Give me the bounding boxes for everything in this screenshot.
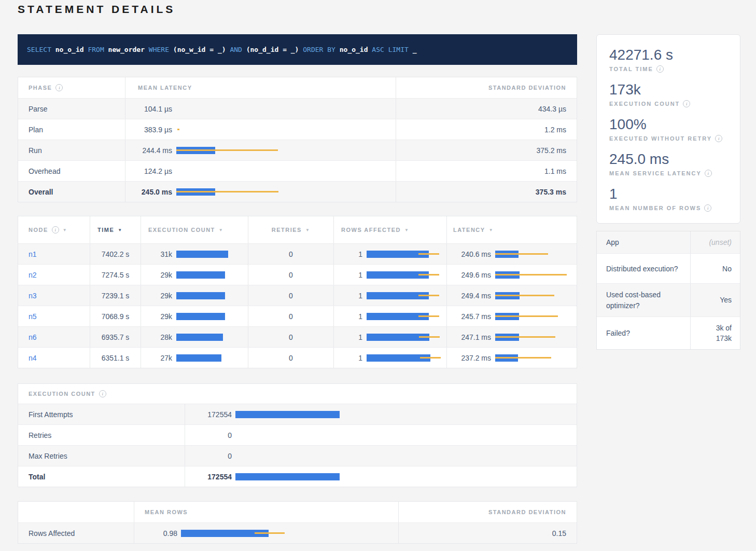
node-link[interactable]: n4 xyxy=(29,354,37,362)
node-column-header[interactable]: NODE i ▼ xyxy=(18,216,90,243)
execution-count-column-header[interactable]: EXECUTION COUNT ▼ xyxy=(141,216,248,243)
count-cell: 172554 xyxy=(185,466,577,487)
node-header-label: NODE xyxy=(29,227,48,233)
bar-stddev-segment xyxy=(177,129,179,130)
rows-affected-value: 1 xyxy=(341,333,362,341)
execution-count-cell: 27k xyxy=(141,348,248,368)
execution-count-table: EXECUTION COUNT i First Attempts 172554 … xyxy=(18,383,577,487)
phase-cell: Plan xyxy=(18,119,125,140)
standard-deviation-column-header: STANDARD DEVIATION xyxy=(399,509,577,515)
detail-value: 3k of 173k xyxy=(690,317,740,350)
node-link[interactable]: n6 xyxy=(29,333,37,341)
execution-count-table-header: EXECUTION COUNT i xyxy=(18,384,577,404)
table-row: Retries 0 xyxy=(18,424,577,445)
info-icon[interactable]: i xyxy=(52,226,59,233)
table-row: Overhead 124.2 µs 1.1 ms xyxy=(18,160,577,181)
count-value: 172554 xyxy=(185,410,232,419)
info-icon[interactable]: i xyxy=(704,204,711,212)
time-column-header[interactable]: TIME ▼ xyxy=(90,216,141,243)
info-icon[interactable]: i xyxy=(656,65,664,73)
detail-label: Used cost-based optimizer? xyxy=(597,284,690,316)
summary-label: EXECUTED WITHOUT RETRY i xyxy=(609,135,727,142)
info-icon[interactable]: i xyxy=(55,84,63,91)
mean-latency-header-label: MEAN LATENCY xyxy=(138,85,192,91)
stddev-cell: 1.2 ms xyxy=(396,126,577,134)
mean-latency-value: 104.1 µs xyxy=(138,105,172,113)
detail-row: App (unset) xyxy=(597,231,740,253)
row-label: Total xyxy=(18,466,185,487)
summary-item: 42271.6 s TOTAL TIME i xyxy=(609,46,727,73)
execution-count-value: 27k xyxy=(148,354,172,362)
bar-stddev-segment xyxy=(495,315,558,317)
node-link[interactable]: n5 xyxy=(29,312,37,321)
standard-deviation-column-header: STANDARD DEVIATION xyxy=(396,85,577,91)
retries-cell: 0 xyxy=(248,265,333,285)
table-row: n6 6935.7 s 28k 0 1 247.1 ms xyxy=(18,326,577,347)
sort-arrow-icon: ▼ xyxy=(219,228,223,232)
info-icon[interactable]: i xyxy=(705,170,712,177)
table-row: Total 172554 xyxy=(18,466,577,487)
retries-cell: 0 xyxy=(248,285,333,306)
sort-arrow-icon: ▼ xyxy=(305,228,310,232)
latency-cell: 249.6 ms xyxy=(446,265,577,285)
execution-count-cell: 29k xyxy=(141,285,248,306)
count-cell: 0 xyxy=(185,446,577,466)
bar-stddev-segment xyxy=(418,315,439,317)
info-icon[interactable]: i xyxy=(99,390,106,397)
detail-label: Distributed execution? xyxy=(597,254,690,283)
execution-count-cell: 29k xyxy=(141,265,248,285)
rows-affected-value: 1 xyxy=(341,312,362,321)
mean-latency-cell: 124.2 µs xyxy=(125,161,396,181)
table-row: n4 6351.1 s 27k 0 1 237.2 ms xyxy=(18,347,577,368)
mean-latency-value: 124.2 µs xyxy=(138,167,172,175)
detail-row: Distributed execution? No xyxy=(597,253,740,283)
bar-stddev-segment xyxy=(176,149,278,151)
time-cell: 6935.7 s xyxy=(90,327,141,347)
latency-cell: 237.2 ms xyxy=(446,348,577,368)
phase-cell: Overhead xyxy=(18,161,125,181)
standard-deviation-header-label: STANDARD DEVIATION xyxy=(488,85,566,91)
retries-column-header[interactable]: RETRIES ▼ xyxy=(248,216,333,243)
node-link[interactable]: n2 xyxy=(29,271,37,279)
summary-item: 173k EXECUTION COUNT i xyxy=(609,81,727,107)
sidebar: 42271.6 s TOTAL TIME i 173k EXECUTION CO… xyxy=(596,34,740,350)
sql-identifier: (no_w_id = _) xyxy=(173,46,226,53)
node-link[interactable]: n1 xyxy=(29,250,37,258)
latency-cell: 249.4 ms xyxy=(446,285,577,306)
summary-item: 1 MEAN NUMBER OF ROWS i xyxy=(609,185,727,212)
detail-row: Used cost-based optimizer? Yes xyxy=(597,283,740,316)
info-icon[interactable]: i xyxy=(683,100,690,107)
stddev-cell: 375.2 ms xyxy=(396,146,577,155)
rows-affected-column-header[interactable]: ROWS AFFECTED ▼ xyxy=(333,216,446,243)
execution-count-value: 29k xyxy=(148,271,172,279)
latency-cell: 245.7 ms xyxy=(446,306,577,326)
rows-affected-header-label: ROWS AFFECTED xyxy=(341,227,401,233)
bar-stddev-segment xyxy=(495,336,555,338)
bar-stddev-segment xyxy=(255,532,285,534)
table-row: n2 7274.5 s 29k 0 1 249.6 ms xyxy=(18,264,577,285)
rows-affected-cell: 1 xyxy=(333,327,446,347)
bar-stddev-segment xyxy=(495,357,551,359)
latency-cell: 240.6 ms xyxy=(446,244,577,264)
retries-cell: 0 xyxy=(248,244,333,264)
retries-cell: 0 xyxy=(248,327,333,347)
bar-mean-segment xyxy=(235,411,340,418)
rows-affected-table-header: MEAN ROWS STANDARD DEVIATION xyxy=(18,502,577,522)
summary-value: 100% xyxy=(609,116,727,133)
summary-card: 42271.6 s TOTAL TIME i 173k EXECUTION CO… xyxy=(596,34,740,224)
latency-header-label: LATENCY xyxy=(453,227,485,233)
summary-value: 1 xyxy=(609,185,727,203)
latency-column-header[interactable]: LATENCY ▼ xyxy=(446,216,577,243)
bar-stddev-segment xyxy=(418,295,439,296)
info-icon[interactable]: i xyxy=(715,135,722,142)
mean-latency-cell: 244.4 ms xyxy=(125,140,396,160)
latency-value: 247.1 ms xyxy=(453,333,491,341)
time-cell: 7239.1 s xyxy=(90,285,141,306)
detail-value: (unset) xyxy=(690,231,740,253)
table-row: Max Retries 0 xyxy=(18,445,577,466)
execution-count-value: 29k xyxy=(148,292,172,300)
mean-latency-column-header: MEAN LATENCY xyxy=(125,77,396,98)
time-cell: 7274.5 s xyxy=(90,265,141,285)
node-link[interactable]: n3 xyxy=(29,292,37,300)
bar-stddev-segment xyxy=(418,274,439,276)
